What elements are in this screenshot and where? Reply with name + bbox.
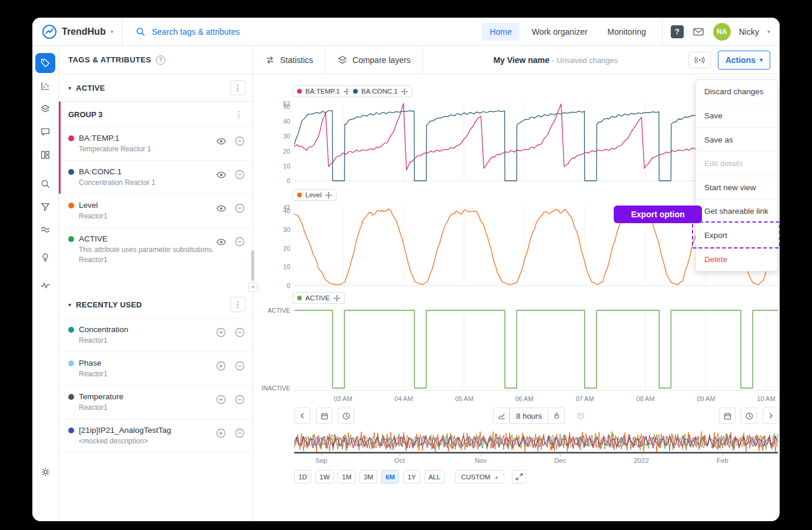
avatar[interactable]: NA xyxy=(713,23,731,41)
remove-icon[interactable] xyxy=(234,360,245,372)
group-menu-button[interactable]: ⋮ xyxy=(232,110,245,119)
zoom-preset-1w[interactable]: 1W xyxy=(315,470,334,483)
section-menu-button[interactable]: ⋮ xyxy=(230,297,245,312)
sidebar-scrollbar[interactable] xyxy=(251,250,254,281)
nav-work-organizer[interactable]: Work organizer xyxy=(524,23,595,41)
menu-item-get-shareable-link[interactable]: Get shareable link xyxy=(696,199,777,223)
zoom-preset-1y[interactable]: 1Y xyxy=(403,470,420,483)
menu-item-save-as[interactable]: Save as xyxy=(696,127,777,151)
rail-item-layers[interactable] xyxy=(35,99,55,119)
remove-icon[interactable] xyxy=(234,236,245,247)
add-icon[interactable] xyxy=(215,327,227,338)
tag-row[interactable]: Level Reactor1 xyxy=(59,194,252,227)
remove-icon[interactable] xyxy=(234,135,245,147)
legend-chip[interactable]: BA:TEMP.1 xyxy=(292,85,355,97)
remove-icon[interactable] xyxy=(234,169,245,180)
trend-scale-button[interactable] xyxy=(493,408,510,424)
section-recently-used[interactable]: ▾ RECENTLY USED ⋮ xyxy=(59,291,252,318)
remove-icon[interactable] xyxy=(234,428,245,439)
move-icon[interactable] xyxy=(401,88,408,95)
move-icon[interactable] xyxy=(325,192,332,198)
zoom-preset-1m[interactable]: 1M xyxy=(338,470,355,483)
tag-row[interactable]: Concentration Reactor1 xyxy=(59,318,252,352)
zoom-preset-all[interactable]: ALL xyxy=(424,470,444,483)
active-state-chart[interactable] xyxy=(294,305,778,393)
menu-item-discard-changes[interactable]: Discard changes xyxy=(696,80,777,104)
timeline-overview-strip[interactable] xyxy=(294,430,778,453)
remove-icon[interactable] xyxy=(234,394,245,405)
mail-icon[interactable] xyxy=(692,25,705,38)
help-button[interactable]: ? xyxy=(671,25,684,38)
visibility-eye-icon[interactable] xyxy=(216,136,227,147)
pan-right-button[interactable] xyxy=(763,408,779,424)
tag-row[interactable]: Phase Reactor1 xyxy=(59,352,252,385)
tag-row[interactable]: Temperature Reactor1 xyxy=(59,385,252,419)
tag-row[interactable]: [21ip]IP21_AnalogTestTag <mocked descrip… xyxy=(59,419,252,453)
chevron-down-icon: ▾ xyxy=(68,85,71,91)
section-active[interactable]: ▾ ACTIVE ⋮ xyxy=(59,74,252,101)
expand-timeline-icon[interactable] xyxy=(512,470,526,483)
zoom-preset-1d[interactable]: 1D xyxy=(294,470,311,483)
visibility-eye-icon[interactable] xyxy=(216,170,227,180)
nav-home[interactable]: Home xyxy=(482,23,519,41)
end-date-calendar-button[interactable] xyxy=(719,408,736,424)
add-icon[interactable] xyxy=(215,428,227,439)
pan-left-button[interactable] xyxy=(294,408,311,424)
tag-row[interactable]: BA:CONC.1 Concentration Reactor 1 xyxy=(61,160,252,194)
move-icon[interactable] xyxy=(334,295,340,302)
time-range-select[interactable]: 8 hours xyxy=(510,408,548,424)
menu-item-delete[interactable]: Delete xyxy=(696,247,777,271)
rail-item-search[interactable] xyxy=(35,174,55,194)
compare-layers-button[interactable]: Compare layers xyxy=(325,46,423,74)
legend-chip[interactable]: BA:CONC.1 xyxy=(348,85,412,97)
tag-name: [21ip]IP21_AnalogTestTag xyxy=(79,426,215,435)
close-icon[interactable]: × xyxy=(248,283,258,292)
rail-item-comments[interactable] xyxy=(35,122,55,142)
rail-item-tags[interactable] xyxy=(35,53,55,73)
menu-item-export[interactable]: Export xyxy=(696,223,777,247)
lock-range-button[interactable] xyxy=(548,408,565,424)
start-date-calendar-button[interactable] xyxy=(316,408,332,424)
tag-row[interactable]: ACTIVE This attribute uses parameter sub… xyxy=(59,227,252,271)
zoom-preset-3m[interactable]: 3M xyxy=(360,470,377,483)
chevron-down-icon[interactable]: ▾ xyxy=(767,28,770,35)
rail-item-filter[interactable] xyxy=(35,197,55,217)
menu-item-save[interactable]: Save xyxy=(696,104,777,128)
refresh-history-icon[interactable] xyxy=(573,408,589,424)
tag-description: Reactor1 xyxy=(79,336,215,345)
add-icon[interactable] xyxy=(215,394,227,405)
add-icon[interactable] xyxy=(215,360,227,372)
tag-row[interactable]: BA:TEMP.1 Temperature Reactor 1 xyxy=(61,127,252,160)
x-axis-tick-label: 07 AM xyxy=(570,395,600,402)
remove-icon[interactable] xyxy=(234,327,245,338)
live-mode-button[interactable] xyxy=(688,52,711,68)
group-header[interactable]: GROUP 3 ⋮ xyxy=(61,102,252,127)
legend-chip[interactable]: ACTIVE xyxy=(292,292,345,304)
actions-button[interactable]: Actions ▾ xyxy=(718,51,770,69)
search-input[interactable] xyxy=(151,26,327,37)
menu-item-edit-details[interactable]: Edit details xyxy=(696,151,777,175)
nav-monitoring[interactable]: Monitoring xyxy=(600,23,653,41)
user-name[interactable]: Nicky xyxy=(739,27,759,37)
menu-item-start-new-view[interactable]: Start new view xyxy=(696,175,777,200)
rail-item-dashboard[interactable] xyxy=(35,145,55,165)
legend-chip[interactable]: Level xyxy=(292,189,337,201)
custom-range-button[interactable]: CUSTOM ▴ xyxy=(455,470,505,483)
zoom-preset-6m[interactable]: 6M xyxy=(381,470,399,483)
timeline-month-label: Oct xyxy=(385,457,414,464)
help-icon[interactable]: ? xyxy=(156,55,165,65)
rail-item-streams[interactable] xyxy=(35,220,55,240)
chevron-up-icon: ▴ xyxy=(495,473,498,480)
section-menu-button[interactable]: ⋮ xyxy=(230,80,245,95)
statistics-button[interactable]: Statistics xyxy=(253,46,325,74)
app-brand[interactable]: TrendHub ▾ xyxy=(32,18,122,45)
start-time-clock-button[interactable] xyxy=(338,408,354,424)
rail-item-trends[interactable] xyxy=(35,275,55,295)
remove-icon[interactable] xyxy=(234,203,245,214)
end-time-clock-button[interactable] xyxy=(741,408,757,424)
rail-item-settings[interactable] xyxy=(35,462,55,482)
visibility-eye-icon[interactable] xyxy=(216,237,227,247)
rail-item-scatter[interactable] xyxy=(35,76,55,96)
visibility-eye-icon[interactable] xyxy=(216,203,227,214)
rail-item-insights[interactable] xyxy=(35,247,55,267)
